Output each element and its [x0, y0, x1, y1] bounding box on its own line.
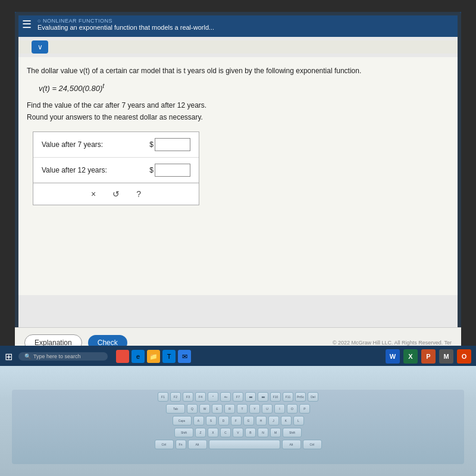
taskbar-word-icon[interactable]: W [386, 349, 400, 364]
key-m[interactable]: M [270, 428, 281, 437]
key-p[interactable]: P [299, 404, 310, 414]
key-f3[interactable]: F3 [183, 392, 193, 402]
copyright-text: © 2022 McGraw Hill LLC. All Rights Reser… [333, 340, 452, 346]
dollar-sign-1: $ [149, 140, 154, 149]
key-y[interactable]: Y [249, 404, 260, 414]
key-alt-left[interactable]: Alt [188, 440, 207, 449]
key-ctrl-left[interactable]: Ctrl [155, 440, 174, 449]
keyboard-asdf-row: Caps A S D F G H J K L [12, 416, 464, 425]
label-12years: Value after 12 years: [42, 166, 149, 174]
key-x[interactable]: X [208, 428, 218, 437]
taskbar-icon-mail[interactable]: ✉ [178, 350, 191, 363]
hamburger-icon[interactable]: ☰ [22, 18, 32, 31]
key-caps[interactable]: Caps [173, 416, 192, 425]
taskbar-m-icon[interactable]: M [439, 349, 453, 364]
key-h[interactable]: H [256, 416, 267, 425]
key-f5[interactable]: * [208, 392, 218, 402]
key-j[interactable]: J [268, 416, 279, 425]
key-f4[interactable]: F4 [195, 392, 206, 402]
key-f10[interactable]: F10 [270, 392, 281, 402]
taskbar-icon-circle[interactable] [116, 350, 129, 363]
section-subtitle: ○ Nonlinear Functions [37, 18, 214, 24]
key-a[interactable]: A [193, 416, 204, 425]
key-f7[interactable]: F7 [233, 392, 243, 402]
keyboard-fn-row: F1 F2 F3 F4 * ☀+ F7 ⏮ ⏭ F10 F11 PrtSc De… [12, 392, 464, 402]
key-i[interactable]: I [274, 404, 285, 414]
key-tab[interactable]: Tab [166, 404, 185, 414]
key-v[interactable]: V [233, 428, 243, 437]
dollar-input-12years: $ [149, 164, 190, 177]
key-fn[interactable]: Fn [176, 440, 186, 449]
key-w[interactable]: W [199, 404, 210, 414]
key-t[interactable]: T [237, 404, 248, 414]
key-del[interactable]: Del [308, 392, 318, 402]
instructions-text: Find the value of the car after 7 years … [27, 100, 449, 123]
label-7years: Value after 7 years: [42, 140, 149, 149]
key-g[interactable]: G [243, 416, 254, 425]
key-u[interactable]: U [262, 404, 273, 414]
key-r[interactable]: R [224, 404, 235, 414]
taskbar-icon-folder[interactable]: 📁 [147, 350, 160, 363]
key-l[interactable]: L [293, 416, 304, 425]
windows-taskbar: ⊞ 🔍 Type here to search e 📁 T ✉ W X P M … [0, 346, 476, 367]
key-shift-right[interactable]: Shift [283, 428, 302, 437]
problem-description: The dollar value v(t) of a certain car m… [27, 65, 449, 76]
taskbar-search-label[interactable]: Type here to search [33, 353, 81, 359]
key-n[interactable]: N [258, 428, 268, 437]
input-row-12years: Value after 12 years: $ [33, 158, 199, 183]
key-z[interactable]: Z [195, 428, 206, 437]
main-content-area: The dollar value v(t) of a certain car m… [15, 57, 461, 295]
search-icon: 🔍 [24, 353, 31, 359]
key-f8[interactable]: ⏮ [245, 392, 256, 402]
key-space[interactable] [209, 440, 280, 449]
input-7years[interactable] [155, 138, 190, 151]
taskbar-excel-icon[interactable]: X [403, 349, 418, 364]
laptop-keyboard-area: F1 F2 F3 F4 * ☀+ F7 ⏮ ⏭ F10 F11 PrtSc De… [0, 366, 476, 476]
taskbar-office-icon[interactable]: O [457, 349, 471, 364]
taskbar-right-icons: W X P M O [386, 349, 471, 364]
key-f9[interactable]: ⏭ [258, 392, 268, 402]
key-q[interactable]: Q [187, 404, 198, 414]
key-alt-right[interactable]: Alt [282, 440, 301, 449]
key-f1[interactable]: F1 [158, 392, 168, 402]
key-e[interactable]: E [212, 404, 223, 414]
taskbar-ppt-icon[interactable]: P [421, 349, 436, 364]
page-title: Evaluating an exponential function that … [37, 24, 214, 31]
keyboard-bottom-row: Ctrl Fn Alt Alt Ctrl [12, 440, 464, 449]
key-f6[interactable]: ☀+ [220, 392, 231, 402]
keyboard-number-row: Tab Q W E R T Y U I O P [12, 404, 464, 414]
input-table: Value after 7 years: $ Value after 12 ye… [33, 131, 199, 183]
key-prtsc[interactable]: PrtSc [295, 392, 306, 402]
instructions-line2: Round your answers to the nearest dollar… [27, 113, 203, 121]
key-o[interactable]: O [287, 404, 298, 414]
taskbar-icon-edge[interactable]: e [131, 350, 145, 363]
clear-button[interactable]: × [87, 188, 99, 200]
key-k[interactable]: K [281, 416, 292, 425]
key-f11[interactable]: F11 [283, 392, 293, 402]
key-d[interactable]: D [218, 416, 229, 425]
collapse-button[interactable]: ∨ [32, 40, 48, 54]
keyboard-space-row: Shift Z X C V B N M Shift [12, 428, 464, 437]
windows-start-icon[interactable]: ⊞ [5, 351, 12, 362]
formula-display: v(t) = 24,500(0.80)t [39, 82, 449, 93]
key-b[interactable]: B [245, 428, 256, 437]
action-buttons-row: × ↺ ? [33, 183, 199, 205]
undo-button[interactable]: ↺ [109, 188, 123, 200]
top-navigation-bar: ☰ ○ Nonlinear Functions Evaluating an ex… [15, 12, 461, 37]
dollar-sign-2: $ [149, 166, 154, 174]
instructions-line1: Find the value of the car after 7 years … [27, 101, 206, 109]
key-s[interactable]: S [206, 416, 217, 425]
formula-text: v(t) = 24,500(0.80)t [39, 84, 104, 93]
taskbar-icon-teams[interactable]: T [162, 350, 176, 363]
key-shift-left[interactable]: Shift [174, 428, 193, 437]
key-f[interactable]: F [231, 416, 242, 425]
key-f2[interactable]: F2 [170, 392, 181, 402]
exponent: t [102, 82, 104, 89]
input-12years[interactable] [155, 164, 190, 177]
keyboard: F1 F2 F3 F4 * ☀+ F7 ⏮ ⏭ F10 F11 PrtSc De… [12, 390, 464, 464]
key-ctrl-right[interactable]: Ctrl [303, 440, 322, 449]
input-row-7years: Value after 7 years: $ [33, 132, 199, 158]
help-button[interactable]: ? [133, 188, 145, 200]
taskbar-app-icons: e 📁 T ✉ [116, 350, 191, 363]
key-c[interactable]: C [220, 428, 231, 437]
